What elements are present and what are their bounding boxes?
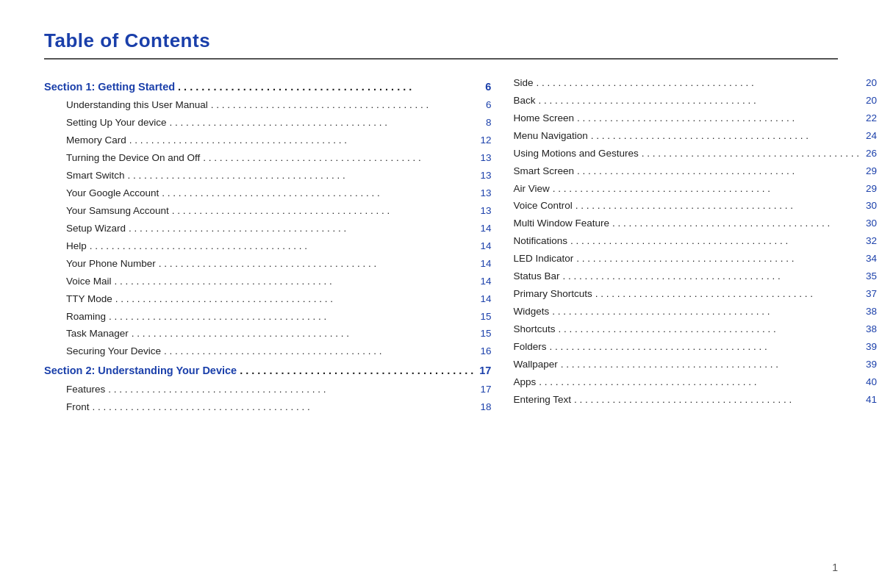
toc-entry: Home Screen . . . . . . . . . . . . . . …	[513, 111, 877, 126]
entry-page: 12	[476, 133, 491, 148]
entry-dots: . . . . . . . . . . . . . . . . . . . . …	[612, 216, 859, 232]
entry-dots: . . . . . . . . . . . . . . . . . . . . …	[576, 251, 859, 267]
entry-page: 6	[476, 98, 491, 113]
entry-dots: . . . . . . . . . . . . . . . . . . . . …	[574, 392, 859, 408]
entry-dots: . . . . . . . . . . . . . . . . . . . . …	[553, 182, 859, 197]
entry-dots: . . . . . . . . . . . . . . . . . . . . …	[162, 186, 473, 201]
entry-dots: . . . . . . . . . . . . . . . . . . . . …	[591, 129, 859, 144]
entry-page: 22	[862, 111, 877, 126]
entry-label: Menu Navigation	[513, 129, 587, 144]
page-title: Table of Contents	[44, 29, 838, 52]
toc-entry: Your Google Account . . . . . . . . . . …	[44, 186, 491, 201]
entry-page: 39	[862, 357, 877, 373]
entry-page: 6	[476, 79, 491, 95]
toc-entry: Menu Navigation . . . . . . . . . . . . …	[513, 129, 877, 144]
toc-entry: Understanding this User Manual . . . . .…	[44, 98, 491, 113]
entry-dots: . . . . . . . . . . . . . . . . . . . . …	[577, 111, 859, 126]
entry-dots: . . . . . . . . . . . . . . . . . . . . …	[170, 115, 474, 131]
entry-label: Folders	[513, 340, 546, 355]
entry-page: 15	[476, 326, 491, 342]
entry-page: 39	[862, 340, 877, 355]
entry-page: 17	[476, 382, 491, 398]
entry-label: Voice Control	[513, 198, 572, 214]
entry-page: 17	[476, 362, 491, 379]
toc-entry: Help . . . . . . . . . . . . . . . . . .…	[44, 239, 491, 254]
entry-page: 14	[476, 274, 491, 290]
entry-label: Help	[66, 239, 87, 254]
entry-label: Shortcuts	[513, 322, 555, 337]
entry-dots: . . . . . . . . . . . . . . . . . . . . …	[132, 326, 474, 342]
entry-dots: . . . . . . . . . . . . . . . . . . . . …	[552, 304, 859, 320]
entry-label: Setup Wizard	[66, 221, 126, 237]
page-number: 1	[832, 562, 838, 573]
toc-entry: Front . . . . . . . . . . . . . . . . . …	[44, 400, 491, 415]
entry-dots: . . . . . . . . . . . . . . . . . . . . …	[203, 151, 473, 166]
entry-label: Your Phone Number	[66, 257, 156, 272]
toc-entry: Your Samsung Account . . . . . . . . . .…	[44, 204, 491, 219]
entry-dots: . . . . . . . . . . . . . . . . . . . . …	[642, 146, 859, 162]
entry-dots: . . . . . . . . . . . . . . . . . . . . …	[595, 287, 859, 302]
entry-label: Setting Up Your device	[66, 115, 167, 131]
toc-entry: Turning the Device On and Off . . . . . …	[44, 151, 491, 166]
entry-dots: . . . . . . . . . . . . . . . . . . . . …	[159, 257, 474, 272]
entry-label: Apps	[513, 375, 536, 390]
entry-page: 38	[862, 304, 877, 320]
entry-page: 29	[862, 182, 877, 197]
entry-dots: . . . . . . . . . . . . . . . . . . . . …	[115, 292, 474, 307]
entry-label: Widgets	[513, 304, 549, 320]
entry-page: 20	[862, 93, 877, 109]
entry-dots: . . . . . . . . . . . . . . . . . . . . …	[536, 76, 859, 91]
entry-label: TTY Mode	[66, 292, 112, 307]
entry-page: 8	[476, 115, 491, 131]
entry-label: Multi Window Feature	[513, 216, 609, 232]
toc-entry: Smart Screen . . . . . . . . . . . . . .…	[513, 164, 877, 179]
toc-entry: Task Manager . . . . . . . . . . . . . .…	[44, 326, 491, 342]
entry-dots: . . . . . . . . . . . . . . . . . . . . …	[570, 234, 859, 249]
entry-page: 14	[476, 292, 491, 307]
entry-label: Roaming	[66, 309, 106, 325]
entry-label: Memory Card	[66, 133, 126, 148]
entry-label: Notifications	[513, 234, 567, 249]
entry-page: 13	[476, 151, 491, 166]
entry-page: 32	[862, 234, 877, 249]
toc-entry: Status Bar . . . . . . . . . . . . . . .…	[513, 269, 877, 284]
entry-page: 24	[862, 129, 877, 144]
entry-page: 16	[476, 344, 491, 359]
entry-dots: . . . . . . . . . . . . . . . . . . . . …	[577, 164, 859, 179]
toc-entry: Roaming . . . . . . . . . . . . . . . . …	[44, 309, 491, 325]
toc-entry: LED Indicator . . . . . . . . . . . . . …	[513, 251, 877, 267]
divider	[44, 58, 838, 60]
entry-label: Turning the Device On and Off	[66, 151, 200, 166]
entry-label: Your Samsung Account	[66, 204, 169, 219]
entry-label: Voice Mail	[66, 274, 112, 290]
entry-page: 41	[862, 392, 877, 408]
toc-entry: Side . . . . . . . . . . . . . . . . . .…	[513, 76, 877, 91]
entry-dots: . . . . . . . . . . . . . . . . . . . . …	[129, 133, 474, 148]
toc-entry: Setup Wizard . . . . . . . . . . . . . .…	[44, 221, 491, 237]
entry-dots: . . . . . . . . . . . . . . . . . . . . …	[128, 168, 474, 184]
toc-entry: Air View . . . . . . . . . . . . . . . .…	[513, 182, 877, 197]
entry-page: 40	[862, 375, 877, 390]
toc-entry: Features . . . . . . . . . . . . . . . .…	[44, 382, 491, 398]
toc-entry: Wallpaper . . . . . . . . . . . . . . . …	[513, 357, 877, 373]
entry-page: 30	[862, 198, 877, 214]
toc-entry: Multi Window Feature . . . . . . . . . .…	[513, 216, 877, 232]
entry-page: 14	[476, 257, 491, 272]
entry-label: Section 1: Getting Started	[44, 79, 175, 95]
toc-entry: Notifications . . . . . . . . . . . . . …	[513, 234, 877, 249]
entry-label: Smart Screen	[513, 164, 574, 179]
entry-label: Section 2: Understanding Your Device	[44, 362, 237, 379]
entry-dots: . . . . . . . . . . . . . . . . . . . . …	[211, 98, 474, 113]
toc-entry: Shortcuts . . . . . . . . . . . . . . . …	[513, 322, 877, 337]
toc-entry: TTY Mode . . . . . . . . . . . . . . . .…	[44, 292, 491, 307]
entry-label: Securing Your Device	[66, 344, 161, 359]
toc-entry: Folders . . . . . . . . . . . . . . . . …	[513, 340, 877, 355]
entry-label: Task Manager	[66, 326, 129, 342]
entry-page: 13	[476, 186, 491, 201]
toc-entry: Using Motions and Gestures . . . . . . .…	[513, 146, 877, 162]
entry-page: 14	[476, 239, 491, 254]
toc-entry: Smart Switch . . . . . . . . . . . . . .…	[44, 168, 491, 184]
entry-dots: . . . . . . . . . . . . . . . . . . . . …	[172, 204, 474, 219]
entry-label: Features	[66, 382, 105, 398]
entry-label: Primary Shortcuts	[513, 287, 592, 302]
